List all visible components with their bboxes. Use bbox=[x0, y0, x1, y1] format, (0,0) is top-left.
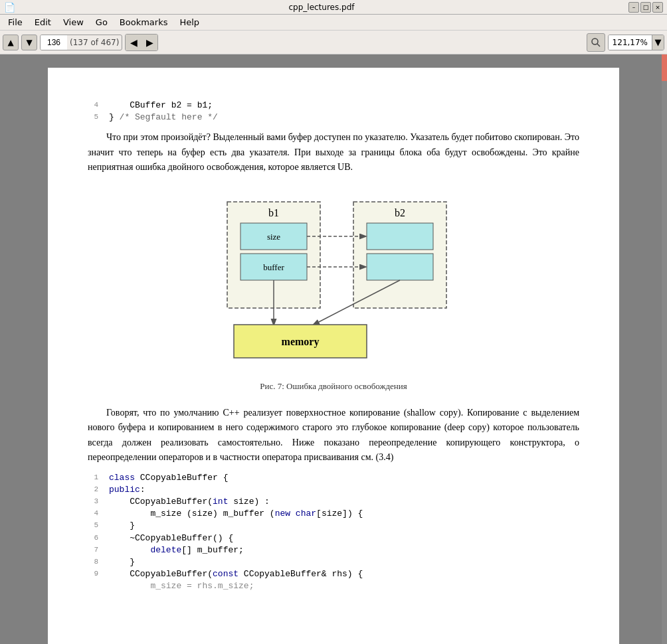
minimize-button[interactable]: – bbox=[628, 2, 639, 13]
code-content: class CCopyableBuffer { bbox=[109, 472, 228, 484]
paragraph-1: Что при этом произойдёт? Выделенный вами… bbox=[88, 130, 579, 175]
line-number: 5 bbox=[88, 520, 98, 532]
line-number: 6 bbox=[88, 532, 98, 544]
search-button[interactable] bbox=[587, 33, 605, 52]
zoom-value: 121,17% bbox=[609, 35, 652, 50]
code-content: } bbox=[109, 556, 135, 568]
code-content: m_size (size) m_buffer (new char[size]) … bbox=[109, 508, 363, 520]
page-nav: ◀ ▶ bbox=[125, 34, 158, 51]
prev-page-button[interactable]: ◀ bbox=[126, 35, 142, 50]
line-number: 8 bbox=[88, 556, 98, 568]
diagram-svg: b1 size buffer b2 bbox=[194, 189, 473, 374]
code-block-bottom: 1 class CCopyableBuffer { 2 public: 3 CC… bbox=[88, 472, 579, 593]
app-icon: 📄 bbox=[4, 2, 15, 13]
scroll-thumb[interactable] bbox=[662, 54, 667, 81]
code-content: } bbox=[109, 520, 135, 532]
code-content: CCopyableBuffer(const CCopyableBuffer& r… bbox=[109, 568, 363, 580]
code-line-b3: 3 CCopyableBuffer(int size) : bbox=[88, 496, 579, 508]
menu-help[interactable]: Help bbox=[174, 16, 205, 29]
code-block-top: 4 CBuffer b2 = b1; 5 } /* Segfault here … bbox=[88, 100, 579, 123]
svg-rect-7 bbox=[367, 254, 433, 280]
titlebar: 📄 cpp_lectures.pdf – □ × bbox=[0, 0, 667, 15]
menu-view[interactable]: View bbox=[58, 16, 89, 29]
page-info: (137 of 467) bbox=[67, 38, 122, 47]
close-button[interactable]: × bbox=[652, 2, 663, 13]
code-content: ~CCopyableBuffer() { bbox=[109, 532, 233, 544]
code-line-b10: m_size = rhs.m_size; bbox=[88, 580, 579, 592]
b2-label: b2 bbox=[395, 207, 405, 218]
menu-file[interactable]: File bbox=[3, 16, 28, 29]
line-number: 4 bbox=[88, 100, 98, 112]
code-content: delete[] m_buffer; bbox=[109, 544, 244, 556]
code-line-b7: 7 delete[] m_buffer; bbox=[88, 544, 579, 556]
b1-label: b1 bbox=[268, 207, 279, 218]
code-line-4: 4 CBuffer b2 = b1; bbox=[88, 100, 579, 112]
code-line-b9: 9 CCopyableBuffer(const CCopyableBuffer&… bbox=[88, 568, 579, 580]
paragraph-2: Говорят, что по умолчанию C++ реализует … bbox=[88, 406, 579, 465]
line-number bbox=[88, 580, 98, 592]
line-number: 5 bbox=[88, 112, 98, 123]
code-line-b5: 5 } bbox=[88, 520, 579, 532]
nav-up-button[interactable]: ▲ bbox=[3, 35, 19, 50]
code-content: CCopyableBuffer(int size) : bbox=[109, 496, 270, 508]
content-area[interactable]: 4 CBuffer b2 = b1; 5 } /* Segfault here … bbox=[0, 54, 667, 644]
code-line-b1: 1 class CCopyableBuffer { bbox=[88, 472, 579, 484]
svg-rect-6 bbox=[367, 223, 433, 250]
line-number: 7 bbox=[88, 544, 98, 556]
toolbar: ▲ ▼ (137 of 467) ◀ ▶ 121,17% ▼ bbox=[0, 31, 667, 54]
code-content: } /* Segfault here */ bbox=[109, 112, 218, 123]
zoom-dropdown-button[interactable]: ▼ bbox=[652, 35, 664, 50]
svg-point-0 bbox=[592, 39, 598, 44]
menu-bookmarks[interactable]: Bookmarks bbox=[114, 16, 173, 29]
window-title: cpp_lectures.pdf bbox=[19, 3, 624, 12]
page-control: (137 of 467) bbox=[40, 35, 122, 50]
scrollbar[interactable] bbox=[662, 54, 667, 644]
maximize-button[interactable]: □ bbox=[640, 2, 651, 13]
line-number: 4 bbox=[88, 508, 98, 520]
line-number: 1 bbox=[88, 472, 98, 484]
line-number: 9 bbox=[88, 568, 98, 580]
code-line-b2: 2 public: bbox=[88, 484, 579, 496]
code-content: public: bbox=[109, 484, 145, 496]
diagram-container: b1 size buffer b2 bbox=[88, 189, 579, 393]
code-line-b8: 8 } bbox=[88, 556, 579, 568]
buffer-label-b1: buffer bbox=[263, 262, 284, 272]
menu-go[interactable]: Go bbox=[90, 16, 113, 29]
code-line-5: 5 } /* Segfault here */ bbox=[88, 112, 579, 123]
pdf-page: 4 CBuffer b2 = b1; 5 } /* Segfault here … bbox=[48, 68, 619, 644]
size-label-b1: size bbox=[267, 232, 280, 242]
code-content: CBuffer b2 = b1; bbox=[109, 100, 213, 112]
menubar: File Edit View Go Bookmarks Help bbox=[0, 15, 667, 31]
diagram-caption: Рис. 7: Ошибка двойного освобождения bbox=[260, 380, 407, 393]
code-line-b6: 6 ~CCopyableBuffer() { bbox=[88, 532, 579, 544]
window-controls: – □ × bbox=[628, 2, 663, 13]
code-content: m_size = rhs.m_size; bbox=[109, 580, 254, 592]
line-number: 3 bbox=[88, 496, 98, 508]
page-number-input[interactable] bbox=[41, 35, 67, 50]
memory-label: memory bbox=[282, 336, 320, 348]
code-line-b4: 4 m_size (size) m_buffer (new char[size]… bbox=[88, 508, 579, 520]
menu-edit[interactable]: Edit bbox=[29, 16, 56, 29]
nav-down-button[interactable]: ▼ bbox=[21, 35, 37, 50]
search-icon bbox=[591, 37, 601, 48]
next-page-button[interactable]: ▶ bbox=[142, 35, 157, 50]
zoom-control: 121,17% ▼ bbox=[608, 35, 664, 50]
line-number: 2 bbox=[88, 484, 98, 496]
svg-line-1 bbox=[597, 44, 600, 46]
